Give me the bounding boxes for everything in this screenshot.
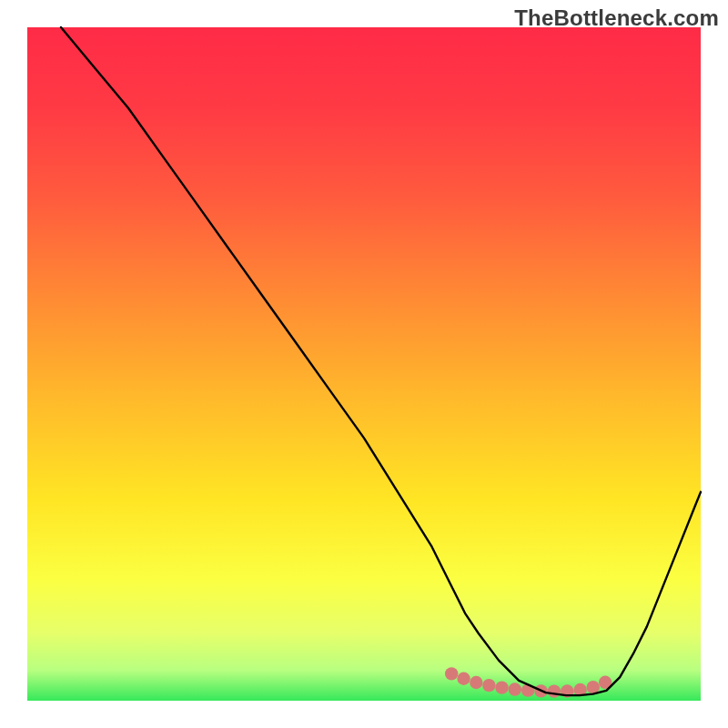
- plot-area: [27, 27, 701, 701]
- curve-layer: [27, 27, 701, 701]
- svg-point-4: [482, 679, 495, 692]
- svg-point-5: [495, 681, 508, 693]
- svg-point-3: [470, 676, 482, 689]
- chart-container: TheBottleneck.com: [0, 0, 728, 728]
- bottleneck-curve: [61, 27, 701, 695]
- svg-point-1: [445, 667, 458, 680]
- svg-point-2: [457, 672, 470, 685]
- svg-point-6: [509, 682, 521, 695]
- svg-point-9: [548, 684, 561, 697]
- optimal-range-dots: [445, 667, 612, 698]
